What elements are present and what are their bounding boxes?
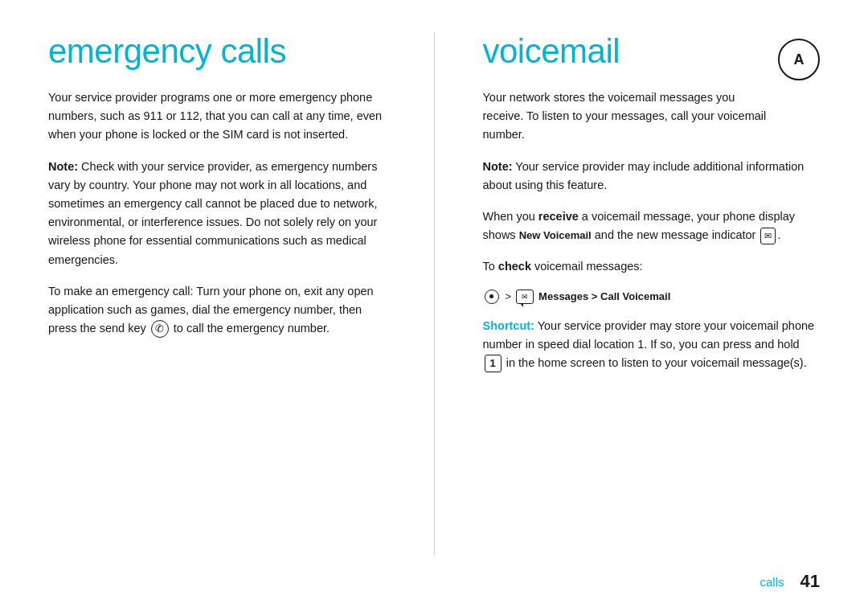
footer-section-label: calls [760,575,784,589]
send-key-icon: ✆ [151,320,169,338]
voicemail-phone-icon [778,39,820,80]
menu-path-label: Messages > Call Voicemail [538,290,670,302]
emergency-para3-suffix: to call the emergency number. [170,322,330,335]
voicemail-section: voicemail Your network stores the voicem… [483,32,821,555]
emergency-note: Note: Check with your service provider, … [48,158,386,269]
voicemail-check-suffix: voicemail messages: [531,260,643,273]
voicemail-para3-end: . [777,228,780,241]
voicemail-receive-word: receive [538,210,579,223]
voicemail-para1: Your network stores the voicemail messag… [483,88,771,145]
footer-page-number: 41 [800,571,820,592]
column-divider [434,32,435,555]
menu-arrow-1: > [506,290,512,302]
emergency-note-label: Note: [48,160,78,173]
shortcut-end: in the home screen to listen to your voi… [503,356,807,369]
voicemail-header-area: voicemail Your network stores the voicem… [483,32,821,158]
voicemail-shortcut-para: Shortcut: Your service provider may stor… [483,317,821,373]
emergency-para1: Your service provider programs one or mo… [48,88,386,145]
voicemail-new-voicemail-text: New Voicemail [519,229,592,241]
voicemail-check-prefix: To [483,260,498,273]
voicemail-note: Note: Your service provider may include … [483,158,821,195]
emergency-para3: To make an emergency call: Turn your pho… [48,282,386,339]
key-1-icon: 1 [485,355,502,372]
dot-menu-inner [489,294,493,298]
voicemail-note-label: Note: [483,160,513,173]
menu-dot-icon [485,290,499,304]
voicemail-receive-para: When you receive a voicemail message, yo… [483,207,821,244]
voicemail-indicator-icon: ✉ [760,228,776,245]
voicemail-para3-suffix: and the new message indicator [592,228,760,241]
voicemail-para3-prefix: When you [483,210,538,223]
page-container: emergency calls Your service provider pr… [0,0,868,616]
page-footer: calls 41 [48,555,820,592]
voicemail-title: voicemail [483,32,771,71]
emergency-note-text: Check with your service provider, as eme… [48,160,377,266]
emergency-calls-section: emergency calls Your service provider pr… [48,32,386,555]
voicemail-check-bold: check [498,260,531,273]
voicemail-note-text: Your service provider may include additi… [483,160,805,191]
messages-icon: ✉ [516,290,534,304]
shortcut-label: Shortcut: [483,319,534,332]
voicemail-check-para: To check voicemail messages: [483,257,821,276]
emergency-calls-title: emergency calls [48,32,386,71]
content-columns: emergency calls Your service provider pr… [48,32,820,555]
menu-path: > ✉ Messages > Call Voicemail [483,290,821,304]
